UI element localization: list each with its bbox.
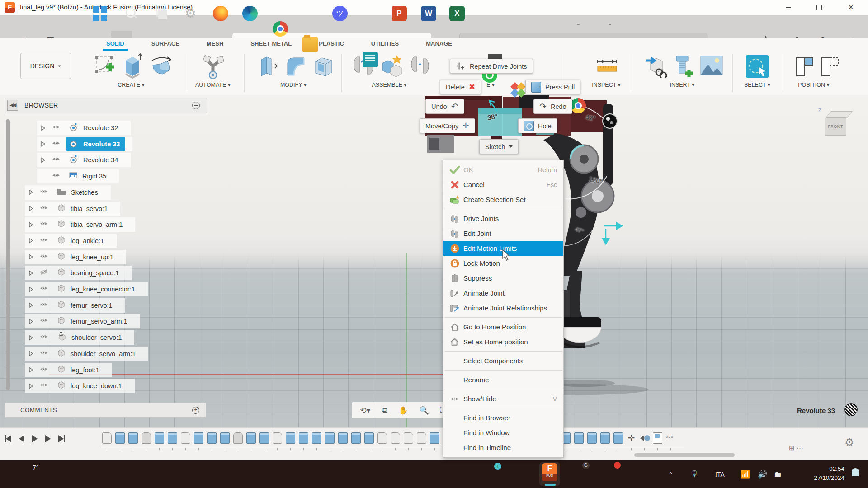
timeline-feature-extrude-icon[interactable] (299, 432, 308, 444)
menu-item-suppress[interactable]: Suppress (443, 271, 563, 286)
inspect-group-label[interactable]: INSPECT ▾ (592, 81, 621, 88)
browser-item-revolute-32[interactable]: Revolute 32 (37, 121, 131, 135)
wifi-icon[interactable]: 📶 (741, 460, 750, 488)
select-icon[interactable] (745, 54, 769, 80)
browser-item-leg-knee-down-1[interactable]: leg_knee_down:1 (25, 379, 135, 393)
timeline-feature-page-icon[interactable] (391, 432, 400, 444)
visibility-eye-icon[interactable] (39, 350, 48, 358)
ribbon-tab-mesh[interactable]: MESH (193, 38, 237, 51)
view-cube-front-face[interactable]: FRONT (825, 118, 846, 136)
minimize-button[interactable] (778, 0, 799, 15)
timeline-feature-page-icon[interactable] (102, 432, 112, 444)
timeline-scrollbar[interactable] (634, 453, 735, 457)
timeline-feature-pattern-icon[interactable] (666, 432, 675, 444)
visibility-eye-icon[interactable] (39, 237, 48, 245)
expand-arrow-icon[interactable] (41, 141, 46, 147)
pan-icon[interactable]: ✋ (398, 406, 408, 415)
visibility-eye-icon[interactable] (39, 188, 48, 197)
settings-gear-icon[interactable]: ⚙ (183, 6, 198, 21)
expand-arrow-icon[interactable] (28, 335, 33, 341)
insert-group-label[interactable]: INSERT ▾ (670, 81, 694, 88)
timeline-feature-extrude-icon[interactable] (613, 432, 623, 444)
position-group-label[interactable]: POSITION ▾ (798, 81, 829, 88)
browser-item-tibia-servo-arm-1[interactable]: tibia_servo_arm:1 (25, 217, 135, 232)
capture-position-icon[interactable] (794, 54, 815, 80)
browser-item-leg-foot-1[interactable]: leg_foot:1 (25, 363, 112, 377)
obs-icon[interactable] (602, 113, 618, 129)
ribbon-tab-surface[interactable]: SURFACE (138, 38, 193, 51)
browser-item-leg-ankle-1[interactable]: leg_ankle:1 (25, 234, 117, 248)
shell-icon[interactable] (313, 55, 335, 80)
ribbon-tab-utilities[interactable]: UTILITIES (358, 38, 412, 51)
restore-button[interactable] (808, 0, 830, 15)
timeline-feature-extrude-icon[interactable] (364, 432, 374, 444)
repeat-drive-joints-button[interactable]: Repeat Drive Joints (450, 59, 533, 74)
delete-button[interactable]: Delete ✖ (440, 80, 481, 94)
expand-arrow-icon[interactable] (41, 157, 46, 163)
browser-item-leg-knee-up-1[interactable]: leg_knee_up:1 (25, 250, 126, 264)
press-pull-icon[interactable] (256, 53, 278, 80)
expand-arrow-icon[interactable] (28, 238, 33, 244)
menu-item-show-hide[interactable]: Show/HideV (443, 391, 563, 406)
firefox-icon[interactable] (213, 6, 228, 21)
menu-item-go-to-home-position[interactable]: Go to Home Position (443, 319, 563, 334)
menu-item-animate-joint-relationships[interactable]: Animate Joint Relationships (443, 300, 563, 315)
battery-pen-icon[interactable]: 🖿 (774, 460, 782, 488)
go-to-end-icon[interactable] (58, 435, 65, 442)
assemble-group-label[interactable]: ASSEMBLE ▾ (372, 81, 406, 88)
timeline-feature-extrude-icon[interactable] (155, 432, 164, 444)
menu-item-ok[interactable]: OKReturn (443, 162, 563, 177)
timeline-feature-extrude-icon[interactable] (115, 432, 125, 444)
joint-origin-icon[interactable] (409, 54, 431, 80)
timeline-feature-extrude-icon[interactable] (351, 432, 361, 444)
timeline-feature-extrude-icon[interactable] (194, 432, 203, 444)
sketch-dropdown-button[interactable]: Sketch (479, 139, 519, 154)
browser-item-sketches[interactable]: Sketches (25, 185, 111, 200)
revert-position-icon[interactable] (819, 54, 840, 80)
timeline-feature-page-icon[interactable] (417, 432, 426, 444)
menu-item-animate-joint[interactable]: Animate Joint (443, 286, 563, 300)
create-sketch-icon[interactable] (94, 53, 117, 80)
collapse-browser-icon[interactable]: ◀◀ (7, 100, 18, 111)
timeline-feature-extrude-icon[interactable] (600, 432, 610, 444)
revolve-icon[interactable] (149, 55, 175, 80)
browser-item-shoulder-servo-1[interactable]: shoulder_servo:1 (25, 330, 134, 345)
insert-fastener-icon[interactable] (672, 53, 695, 80)
view-cube[interactable]: Z FRONT (825, 111, 850, 136)
expand-arrow-icon[interactable] (28, 206, 33, 211)
system-clock[interactable]: 02:54 27/10/2024 (808, 465, 844, 483)
modify-group-label[interactable]: MODIFY ▾ (280, 81, 307, 88)
weather-temperature[interactable]: 7° (33, 464, 38, 471)
browser-item-femur-servo-1[interactable]: femur_servo:1 (25, 298, 125, 313)
visibility-eye-icon[interactable] (39, 301, 48, 310)
select-group-label[interactable]: SELECT ▾ (744, 81, 770, 88)
start-button-icon[interactable] (93, 6, 109, 22)
menu-item-cancel[interactable]: CancelEsc (443, 177, 563, 192)
timeline-feature-extrude-icon[interactable] (312, 432, 321, 444)
volume-icon[interactable]: 🔊 (758, 460, 767, 488)
visibility-eye-icon[interactable] (39, 317, 48, 325)
expand-arrow-icon[interactable] (28, 270, 33, 276)
expand-arrow-icon[interactable] (28, 286, 33, 292)
language-indicator[interactable]: ITA (715, 460, 725, 488)
expand-arrow-icon[interactable] (28, 351, 33, 357)
extrude-icon[interactable] (121, 52, 144, 81)
look-at-icon[interactable]: ⧉ (382, 406, 387, 415)
fusion-taskbar-icon[interactable]: F FUS (542, 463, 557, 481)
visibility-eye-icon[interactable] (39, 333, 48, 342)
expand-arrow-icon[interactable] (28, 222, 33, 228)
new-component-icon[interactable] (379, 53, 404, 80)
browser-scrollbar[interactable] (6, 119, 10, 390)
search-icon[interactable] (124, 6, 139, 21)
expand-arrow-icon[interactable] (28, 319, 33, 324)
designer-icon[interactable] (511, 83, 526, 98)
visibility-eye-icon[interactable] (52, 124, 61, 132)
timeline-feature-page-icon[interactable] (404, 432, 413, 444)
visibility-eye-icon[interactable] (39, 382, 48, 390)
view-cube-top-face[interactable] (826, 111, 853, 118)
microphone-icon[interactable]: 🎙 (691, 460, 699, 488)
visibility-eye-icon[interactable] (52, 156, 61, 164)
timeline-feature-joint-icon[interactable] (640, 432, 649, 444)
expand-arrow-icon[interactable] (28, 189, 33, 195)
viewport-canvas[interactable]: 38° 42° 120° 47° Z FRONT ◀◀ BROWSER Revo… (0, 95, 868, 427)
